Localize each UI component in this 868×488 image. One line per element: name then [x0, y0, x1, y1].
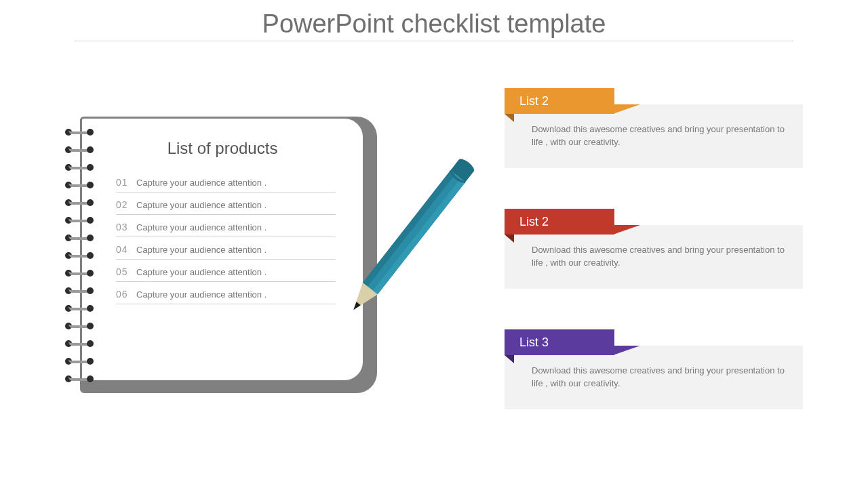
row-number: 04	[116, 244, 136, 255]
row-number: 06	[116, 289, 136, 300]
list-item: 04Capture your audience attention .	[116, 237, 336, 260]
card-tab: List 2	[505, 88, 614, 114]
list-item: 06Capture your audience attention .	[116, 282, 336, 304]
list-item: 02Capture your audience attention .	[116, 192, 336, 215]
card-label: List 2	[519, 94, 549, 108]
card-tab: List 2	[505, 209, 614, 235]
page-title: PowerPoint checklist template	[0, 9, 868, 39]
notepad-heading: List of products	[82, 139, 363, 158]
row-number: 05	[116, 266, 136, 277]
title-underline	[75, 41, 793, 41]
card-label: List 3	[519, 336, 549, 350]
card-body: Download this awesome creatives and brin…	[532, 365, 789, 390]
info-card: List 3 Download this awesome creatives a…	[505, 329, 803, 409]
card-body: Download this awesome creatives and brin…	[532, 123, 789, 149]
card-tab-slant	[613, 346, 640, 355]
list-item: 05Capture your audience attention .	[116, 260, 336, 282]
row-number: 01	[116, 177, 136, 188]
row-text: Capture your audience attention .	[136, 245, 336, 255]
info-card: List 2 Download this awesome creatives a…	[505, 88, 803, 168]
card-fold	[505, 235, 514, 243]
card-fold	[505, 355, 514, 363]
row-number: 03	[116, 222, 136, 232]
row-text: Capture your audience attention .	[136, 200, 336, 210]
card-tab: List 3	[505, 329, 614, 355]
card-fold	[505, 114, 514, 122]
row-number: 02	[116, 199, 136, 210]
row-text: Capture your audience attention .	[136, 267, 336, 277]
spiral-binding-icon	[65, 127, 94, 392]
notepad-rows: 01Capture your audience attention . 02Ca…	[116, 170, 336, 304]
notepad: List of products 01Capture your audience…	[80, 117, 365, 382]
row-text: Capture your audience attention .	[136, 222, 336, 232]
pencil-icon	[326, 136, 495, 339]
card-body: Download this awesome creatives and brin…	[532, 244, 789, 270]
card-tab-slant	[613, 225, 640, 235]
list-item: 03Capture your audience attention .	[116, 215, 336, 237]
svg-rect-2	[363, 171, 465, 295]
row-text: Capture your audience attention .	[136, 289, 336, 300]
list-item: 01Capture your audience attention .	[116, 170, 336, 192]
card-tab-slant	[613, 104, 640, 114]
info-card: List 2 Download this awesome creatives a…	[505, 209, 803, 289]
slide: PowerPoint checklist template List of pr…	[0, 0, 868, 488]
card-label: List 2	[519, 215, 549, 229]
row-text: Capture your audience attention .	[136, 178, 336, 188]
